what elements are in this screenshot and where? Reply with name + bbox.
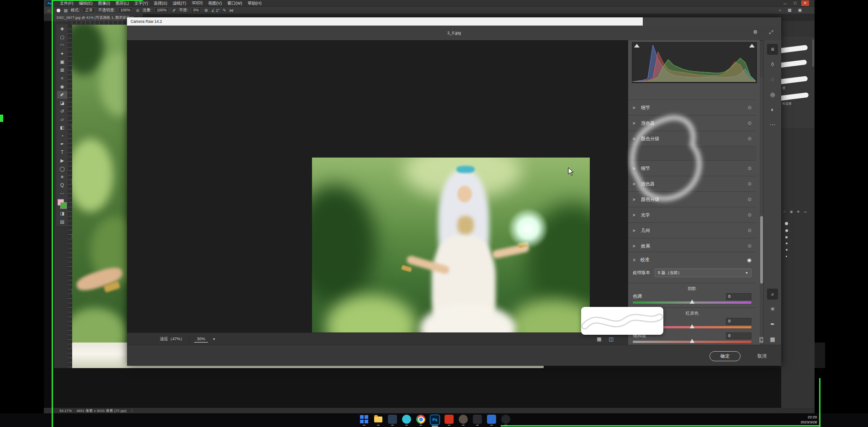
smoothing-value[interactable]: 0% [191,7,201,13]
fullscreen-icon[interactable]: ⤢ [769,29,773,35]
opacity-value[interactable]: 100% [118,7,133,13]
gradient-tool[interactable]: ◧ [57,124,67,132]
tint-value[interactable]: 0 [726,293,752,300]
settings-gear-icon[interactable]: ⚙ [753,29,757,35]
brush-preset-thumb[interactable] [778,92,809,101]
maximize-button[interactable]: ▢ [791,0,799,6]
menu-item[interactable]: 3D(D) [190,0,205,7]
saturation-value[interactable]: 0 [726,332,752,339]
red-eye-icon[interactable]: ◎ [767,89,778,100]
status-chevron-icon[interactable]: 〉 [131,408,135,413]
eye-icon[interactable]: ⊙ [748,105,752,110]
fit-zoom-label[interactable]: 适应（47%） [160,336,185,342]
more-options-icon[interactable]: ⋯ [767,119,778,130]
menu-item[interactable]: 帮助(H) [245,0,264,7]
menu-item[interactable]: 滤镜(T) [170,0,189,7]
cancel-button[interactable]: 取消 [751,351,773,361]
highlight-clipping-icon[interactable] [749,44,755,47]
process-version-select[interactable]: 5 版（当前） ▼ [655,269,752,277]
eye-icon[interactable]: ⊙ [748,212,752,217]
adobe-app[interactable] [444,415,454,427]
brush-preset-thumb[interactable] [778,76,808,84]
menu-item[interactable]: 选择(S) [151,0,169,7]
pen-tool[interactable]: ✒ [57,140,67,148]
zoom-percent[interactable]: 54.17% [59,409,72,413]
workspace-icon[interactable]: ▣ [798,8,802,13]
eye-icon[interactable]: ⊙ [748,136,752,141]
healing-brush-tool[interactable]: ◉ [57,83,67,90]
menu-item[interactable]: 文件(F) [58,0,76,7]
pressure-size-icon[interactable]: ✎ [223,8,227,13]
eye-icon[interactable]: ⊙ [748,121,752,126]
saturation-slider-thumb[interactable] [690,339,694,343]
eye-icon[interactable]: ⊙ [748,228,752,233]
home-icon[interactable]: ⌂ [48,8,50,13]
scrollbar-thumb[interactable] [760,216,763,284]
section-geometry[interactable]: >几何⊙ [628,222,756,238]
camera-app[interactable] [458,415,468,427]
menu-item[interactable]: 文字(Y) [132,0,150,7]
photo-preview[interactable] [312,158,590,332]
before-after-icon[interactable]: ▦ [597,336,601,342]
chrome-browser[interactable] [416,415,426,427]
arrange-documents-icon[interactable]: ▦ [788,8,792,13]
grid-overlay-icon[interactable]: ▦ [767,334,778,345]
menu-item[interactable]: 图像(I) [96,0,113,7]
media-app[interactable] [472,415,482,427]
hand-tool[interactable]: ✳ [57,173,67,181]
eye-icon[interactable]: ⊙ [748,243,752,248]
menu-item[interactable]: 图层(L) [113,0,131,7]
taskbar-clock[interactable]: 22:29 2023/3/28 [800,415,817,425]
flow-value[interactable]: 100% [154,7,169,13]
zoom-tool[interactable]: Q [57,181,67,189]
eye-icon[interactable]: ⊙ [748,197,752,202]
panel-scrollbar[interactable] [760,77,763,338]
ok-button[interactable]: 确定 [709,351,741,361]
eye-icon[interactable]: ⊙ [748,181,752,186]
tint-slider-thumb[interactable] [690,300,694,304]
start-button[interactable] [359,415,369,427]
more-tools[interactable]: ⋯ [57,190,67,197]
minimize-button[interactable]: — [781,0,789,6]
screen-mode-icon[interactable]: ▤ [57,218,67,226]
healing-icon[interactable]: ◊ [767,59,778,70]
edge-browser[interactable] [402,415,412,427]
white-balance-tool-icon[interactable]: ✒ [767,319,778,330]
menu-item[interactable]: 编辑(E) [77,0,95,7]
shadow-clipping-icon[interactable] [634,44,640,47]
brush-preset-thumb[interactable] [778,59,807,68]
photos-app[interactable] [387,415,397,427]
menu-item[interactable]: 窗口(W) [225,0,245,7]
quick-mask-icon[interactable]: ◨ [57,210,67,217]
type-tool[interactable]: T [57,148,67,156]
calibration-header[interactable]: ∨ 校准 ◉ [628,252,756,268]
dodge-tool[interactable]: ◔ [57,132,67,140]
eye-icon[interactable]: ⊙ [748,166,752,171]
histogram[interactable] [632,42,757,83]
clone-stamp-tool[interactable]: ◪ [57,99,67,107]
split-view-icon[interactable]: ◫ [609,336,614,342]
pressure-opacity-icon[interactable]: ⊘ [136,8,139,13]
tint-slider[interactable] [633,301,752,304]
zoom-tool-icon[interactable]: ⌕ [767,289,778,300]
shape-tool[interactable]: ◯ [57,165,67,173]
saturation-slider[interactable] [633,341,752,343]
image-preview-area[interactable] [127,40,628,332]
eyedropper-tool[interactable]: ✧ [57,74,67,82]
file-explorer[interactable] [373,415,383,427]
symmetry-icon[interactable]: ⋈ [229,8,233,13]
check-icon[interactable]: ✓ [783,210,786,214]
frame-tool[interactable]: ⊠ [57,66,67,74]
hue-value[interactable]: 0 [726,318,752,325]
presets-icon[interactable]: ◐ [767,104,778,115]
photoshop[interactable]: Ps [430,415,440,427]
brush-angle-value[interactable]: ∠ 1° [211,8,219,13]
gallery-app[interactable] [487,415,497,427]
blend-mode-select[interactable]: 正常 [83,7,95,13]
brush-preset-icon[interactable] [57,9,60,12]
quick-select-tool[interactable]: ✦ [57,50,67,58]
close-button[interactable]: ✕ [801,0,809,6]
edit-panel-icon[interactable]: ≡ [767,44,778,55]
section-effects[interactable]: >效果⊙ [628,238,756,253]
move-tool[interactable]: ✚ [57,25,67,33]
